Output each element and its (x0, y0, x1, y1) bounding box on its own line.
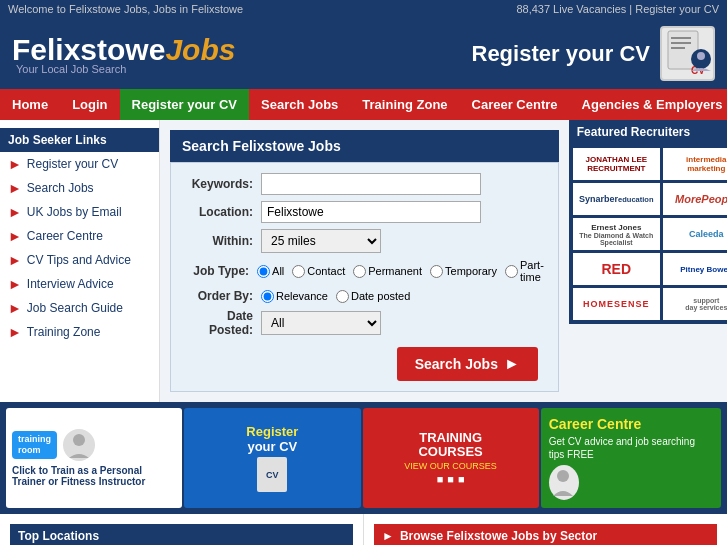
promo-register[interactable]: Register your CV CV (184, 408, 360, 508)
recruiter-ernest[interactable]: Ernest JonesThe Diamond & Watch Speciali… (573, 218, 660, 250)
locations-title: Top Locations (10, 524, 353, 545)
dateposted-label: Date Posted: (181, 309, 261, 337)
sidebar-label: Register your CV (27, 157, 118, 171)
dateposted-row: Date Posted: All Today Last 3 days Last … (181, 309, 548, 337)
sidebar-item-training-zone[interactable]: ► Training Zone (0, 320, 159, 344)
sidebar-item-interview[interactable]: ► Interview Advice (0, 272, 159, 296)
career-line1: Career Centre (549, 416, 642, 432)
search-button-row: Search Jobs ► (181, 343, 548, 381)
recruiter-synarber[interactable]: Synarbereducation (573, 183, 660, 215)
recruiter-intermedia[interactable]: intermediamarketing (663, 148, 727, 180)
jobtype-label: Job Type: (181, 264, 257, 278)
top-bar: Welcome to Felixstowe Jobs, Jobs in Feli… (0, 0, 727, 18)
sidebar-label: Training Zone (27, 325, 101, 339)
cv-image: CV (257, 457, 287, 492)
main-nav: Home Login Register your CV Search Jobs … (0, 89, 727, 120)
courses-line1: TRAININGCOURSES (418, 431, 482, 460)
sidebar-item-job-guide[interactable]: ► Job Search Guide (0, 296, 159, 320)
courses-icon: ■■■ (437, 473, 465, 485)
orderby-group: Relevance Date posted (261, 290, 410, 303)
sidebar-label: Search Jobs (27, 181, 94, 195)
arrow-icon: ► (8, 180, 22, 196)
svg-point-7 (73, 434, 85, 446)
sidebar-item-search-jobs[interactable]: ► Search Jobs (0, 176, 159, 200)
career-person-icon (549, 465, 579, 500)
sidebar-item-cv-tips[interactable]: ► CV Tips and Advice (0, 248, 159, 272)
search-btn-arrow-icon: ► (504, 355, 520, 373)
within-label: Within: (181, 234, 261, 248)
register-line2: your CV (247, 439, 297, 454)
recruiter-caleeda[interactable]: Caleeda (663, 218, 727, 250)
browse-title: ► Browse Felixstowe Jobs by Sector (374, 524, 717, 545)
recruiter-pitney[interactable]: Pitney Bowes (663, 253, 727, 285)
promo-row: trainingroom Click to Train as a Persona… (0, 402, 727, 514)
logo-sub: Your Local Job Search (16, 63, 235, 75)
nav-training-zone[interactable]: Training Zone (350, 89, 459, 120)
keywords-label: Keywords: (181, 177, 261, 191)
jobtype-contract[interactable]: Contact (292, 265, 345, 278)
search-box-title: Search Felixstowe Jobs (170, 130, 559, 162)
arrow-icon: ► (8, 228, 22, 244)
nav-search-jobs[interactable]: Search Jobs (249, 89, 350, 120)
jobtype-parttime[interactable]: Part-time (505, 259, 548, 283)
featured-title: Featured Recruiters (569, 120, 727, 144)
sidebar-title: Job Seeker Links (0, 128, 159, 152)
browse-arrow-icon: ► (382, 529, 394, 543)
recruiter-morepeople[interactable]: MorePeople (663, 183, 727, 215)
search-jobs-button[interactable]: Search Jobs ► (397, 347, 538, 381)
vacancies-text: 88,437 Live Vacancies | Register your CV (516, 3, 719, 15)
nav-agencies[interactable]: Agencies & Employers (570, 89, 727, 120)
register-cv-banner[interactable]: Register your CV CV (472, 26, 716, 81)
search-form: Keywords: Location: Within: 25 miles 5 m… (170, 162, 559, 392)
recruiter-homesense[interactable]: HOMESENSE (573, 288, 660, 320)
sidebar-label: Career Centre (27, 229, 103, 243)
sidebar-label: Interview Advice (27, 277, 114, 291)
left-sidebar: Job Seeker Links ► Register your CV ► Se… (0, 120, 160, 402)
orderby-label: Order By: (181, 289, 261, 303)
browse-sector: ► Browse Felixstowe Jobs by Sector (364, 514, 727, 545)
location-label: Location: (181, 205, 261, 219)
nav-register-cv[interactable]: Register your CV (120, 89, 249, 120)
search-area: Search Felixstowe Jobs Keywords: Locatio… (160, 120, 569, 402)
sidebar-item-register-cv[interactable]: ► Register your CV (0, 152, 159, 176)
arrow-icon: ► (8, 252, 22, 268)
orderby-date[interactable]: Date posted (336, 290, 410, 303)
promo-courses[interactable]: TRAININGCOURSES VIEW OUR COURSES ■■■ (363, 408, 539, 508)
nav-login[interactable]: Login (60, 89, 119, 120)
browse-label: Browse Felixstowe Jobs by Sector (400, 529, 597, 543)
location-input[interactable] (261, 201, 481, 223)
keywords-input[interactable] (261, 173, 481, 195)
orderby-relevance[interactable]: Relevance (261, 290, 328, 303)
svg-rect-2 (671, 42, 691, 44)
bottom-row: Top Locations Here is a list of the curr… (0, 514, 727, 545)
nav-home[interactable]: Home (0, 89, 60, 120)
within-row: Within: 25 miles 5 miles 10 miles 15 mil… (181, 229, 548, 253)
main-content: Job Seeker Links ► Register your CV ► Se… (0, 120, 727, 402)
arrow-icon: ► (8, 156, 22, 172)
sidebar-item-uk-jobs[interactable]: ► UK Jobs by Email (0, 200, 159, 224)
within-select[interactable]: 25 miles 5 miles 10 miles 15 miles 50 mi… (261, 229, 381, 253)
promo-training[interactable]: trainingroom Click to Train as a Persona… (6, 408, 182, 508)
logo-text: FelixstoweJobs (12, 33, 235, 67)
logo-felix: Felixstowe (12, 33, 165, 66)
jobtype-permanent[interactable]: Permanent (353, 265, 422, 278)
jobtype-temporary[interactable]: Temporary (430, 265, 497, 278)
jobtype-all[interactable]: All (257, 265, 284, 278)
top-locations: Top Locations Here is a list of the curr… (0, 514, 364, 545)
jobtype-row: Job Type: All Contact Permanent Temporar… (181, 259, 548, 283)
recruiter-support[interactable]: supportday services (663, 288, 727, 320)
svg-rect-1 (671, 37, 691, 39)
location-row: Location: (181, 201, 548, 223)
svg-rect-3 (671, 47, 685, 49)
nav-career-centre[interactable]: Career Centre (460, 89, 570, 120)
sidebar-item-career-centre[interactable]: ► Career Centre (0, 224, 159, 248)
sidebar-label: Job Search Guide (27, 301, 123, 315)
recruiter-red[interactable]: RED (573, 253, 660, 285)
dateposted-select[interactable]: All Today Last 3 days Last week Last mon… (261, 311, 381, 335)
promo-career[interactable]: Career Centre Get CV advice and job sear… (541, 408, 721, 508)
register-cv-text: Register your CV (472, 41, 651, 67)
arrow-icon: ► (8, 324, 22, 340)
search-btn-label: Search Jobs (415, 356, 498, 372)
arrow-icon: ► (8, 300, 22, 316)
recruiter-jonathan[interactable]: JONATHAN LEERECRUITMENT (573, 148, 660, 180)
